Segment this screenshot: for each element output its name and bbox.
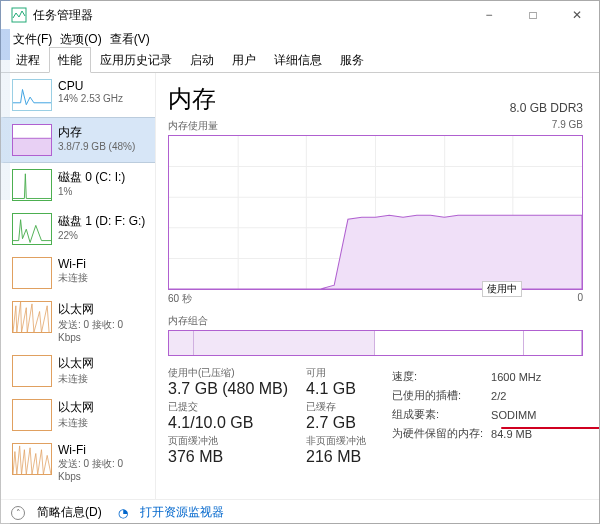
- sidebar-item-cpu[interactable]: CPU14% 2.53 GHz: [1, 73, 155, 117]
- tab-performance[interactable]: 性能: [49, 47, 91, 73]
- menubar: 文件(F) 选项(O) 查看(V): [1, 29, 599, 49]
- chart-marker: 使用中: [482, 281, 522, 297]
- sidebar-item-sub: 发送: 0 接收: 0 Kbps: [58, 457, 147, 482]
- stat-value: 376 MB: [168, 448, 223, 465]
- sidebar-item-label: 磁盘 0 (C: I:): [58, 169, 125, 186]
- menu-file[interactable]: 文件(F): [11, 31, 54, 48]
- memory-usage-chart: 使用中: [168, 135, 583, 290]
- stat-value: SODIMM: [491, 406, 547, 423]
- tab-app-history[interactable]: 应用历史记录: [91, 47, 181, 72]
- svg-rect-1: [13, 138, 51, 155]
- stat-label: 非页面缓冲池: [306, 434, 366, 448]
- sidebar-item-memory[interactable]: 内存3.8/7.9 GB (48%): [1, 117, 155, 163]
- stat-label: 已提交: [168, 400, 288, 414]
- chart-bottom-left: 60 秒: [168, 292, 192, 306]
- page-title: 内存: [168, 83, 216, 115]
- red-underline-annotation: [501, 427, 600, 429]
- sidebar-item-label: CPU: [58, 79, 123, 93]
- sidebar-item-disk1[interactable]: 磁盘 1 (D: F: G:)22%: [1, 207, 155, 251]
- stat-label: 已使用的插槽:: [392, 387, 489, 404]
- menu-options[interactable]: 选项(O): [58, 31, 103, 48]
- sidebar-item-ethernet1[interactable]: 以太网未连接: [1, 349, 155, 393]
- close-button[interactable]: ✕: [555, 1, 599, 29]
- sidebar-item-disk0[interactable]: 磁盘 0 (C: I:)1%: [1, 163, 155, 207]
- stat-label: 可用: [306, 366, 366, 380]
- stat-value: 4.1 GB: [306, 380, 356, 397]
- stat-value: 2.7 GB: [306, 414, 356, 431]
- sidebar-item-ethernet2[interactable]: 以太网未连接: [1, 393, 155, 437]
- tab-processes[interactable]: 进程: [7, 47, 49, 72]
- sidebar-item-sub: 22%: [58, 230, 145, 241]
- stat-value: 1600 MHz: [491, 368, 547, 385]
- sidebar-item-label: 以太网: [58, 399, 94, 416]
- memory-spec: 8.0 GB DDR3: [510, 101, 583, 115]
- window-title: 任务管理器: [33, 7, 93, 24]
- sidebar-item-wifi1[interactable]: Wi-Fi发送: 0 接收: 0 Kbps: [1, 437, 155, 488]
- stat-value: 3.7 GB (480 MB): [168, 380, 288, 397]
- tab-services[interactable]: 服务: [331, 47, 373, 72]
- composition-label: 内存组合: [168, 314, 583, 328]
- sidebar-item-sub: 1%: [58, 186, 125, 197]
- minimize-button[interactable]: −: [467, 1, 511, 29]
- sidebar-item-sub: 未连接: [58, 416, 94, 430]
- tab-users[interactable]: 用户: [223, 47, 265, 72]
- stat-label: 组成要素:: [392, 406, 489, 423]
- titlebar: 任务管理器 − □ ✕: [1, 1, 599, 29]
- stat-label: 速度:: [392, 368, 489, 385]
- stats-right: 速度:1600 MHz 已使用的插槽:2/2 组成要素:SODIMM 为硬件保留…: [390, 366, 549, 466]
- sidebar-item-sub: 未连接: [58, 271, 88, 285]
- sidebar-item-label: Wi-Fi: [58, 443, 147, 457]
- chart-top-label: 内存使用量: [168, 119, 218, 133]
- sidebar-item-sub: 3.8/7.9 GB (48%): [58, 141, 135, 152]
- stat-value: 4.1/10.0 GB: [168, 414, 253, 431]
- stat-value: 216 MB: [306, 448, 361, 465]
- menu-view[interactable]: 查看(V): [108, 31, 152, 48]
- tabs: 进程 性能 应用历史记录 启动 用户 详细信息 服务: [1, 49, 599, 73]
- stat-label: 页面缓冲池: [168, 434, 288, 448]
- fewer-details-button[interactable]: 简略信息(D): [37, 504, 102, 521]
- sidebar-item-wifi0[interactable]: Wi-Fi未连接: [1, 251, 155, 295]
- tab-details[interactable]: 详细信息: [265, 47, 331, 72]
- stat-label: 使用中(已压缩): [168, 366, 288, 380]
- sidebar-item-sub: 14% 2.53 GHz: [58, 93, 123, 104]
- resource-monitor-icon: ◔: [118, 506, 128, 520]
- sidebar-item-sub: 发送: 0 接收: 0 Kbps: [58, 318, 147, 343]
- sidebar-item-label: Wi-Fi: [58, 257, 88, 271]
- open-resource-monitor-link[interactable]: 打开资源监视器: [140, 504, 224, 521]
- main-panel: 内存 8.0 GB DDR3 内存使用量 7.9 GB 使用中: [156, 73, 599, 499]
- maximize-button[interactable]: □: [511, 1, 555, 29]
- sidebar-item-label: 以太网: [58, 355, 94, 372]
- stat-label: 为硬件保留的内存:: [392, 425, 489, 442]
- tab-startup[interactable]: 启动: [181, 47, 223, 72]
- taskmgr-icon: [11, 7, 27, 23]
- chart-top-right: 7.9 GB: [552, 119, 583, 133]
- stats-left: 使用中(已压缩)3.7 GB (480 MB) 可用4.1 GB 已提交4.1/…: [168, 366, 366, 466]
- sidebar-item-ethernet0[interactable]: 以太网发送: 0 接收: 0 Kbps: [1, 295, 155, 349]
- stat-label: 已缓存: [306, 400, 366, 414]
- sidebar-item-label: 以太网: [58, 301, 147, 318]
- sidebar: CPU14% 2.53 GHz 内存3.8/7.9 GB (48%) 磁盘 0 …: [1, 73, 156, 499]
- chevron-up-icon[interactable]: ˄: [11, 506, 25, 520]
- chart-bottom-right: 0: [577, 292, 583, 306]
- memory-composition-bar: [168, 330, 583, 356]
- stat-value: 2/2: [491, 387, 547, 404]
- sidebar-item-label: 内存: [58, 124, 135, 141]
- footer: ˄ 简略信息(D) ◔ 打开资源监视器: [1, 499, 599, 524]
- sidebar-item-label: 磁盘 1 (D: F: G:): [58, 213, 145, 230]
- sidebar-item-sub: 未连接: [58, 372, 94, 386]
